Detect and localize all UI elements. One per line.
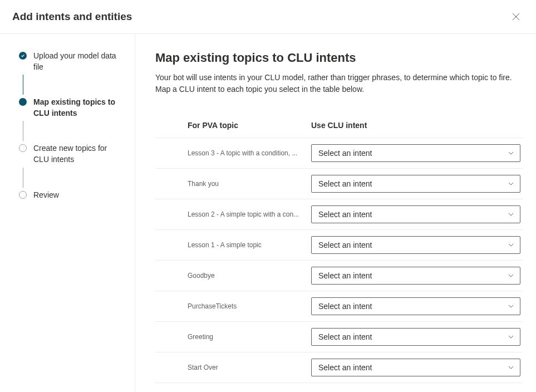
intent-select[interactable]: Select an intent <box>311 175 520 193</box>
topic-name: Thank you <box>188 180 311 188</box>
chevron-down-icon <box>508 242 514 248</box>
table-row: Thank youSelect an intent <box>155 169 523 199</box>
intent-cell: Select an intent <box>311 328 520 346</box>
topic-name: Start Over <box>188 364 311 371</box>
intent-cell: Select an intent <box>311 144 520 162</box>
intent-select[interactable]: Select an intent <box>311 359 520 376</box>
intent-cell: Select an intent <box>311 267 520 285</box>
wizard-step-label: Create new topics for CLU intents <box>33 143 117 165</box>
wizard-step-create[interactable]: Create new topics for CLU intents <box>19 143 124 165</box>
topic-name: PurchaseTickets <box>188 302 311 310</box>
step-connector <box>23 121 23 141</box>
select-placeholder: Select an intent <box>318 363 372 372</box>
intent-select[interactable]: Select an intent <box>311 328 520 346</box>
table-row: GoodbyeSelect an intent <box>155 261 523 291</box>
topic-name: Greeting <box>188 333 311 341</box>
topic-name: Lesson 1 - A simple topic <box>188 241 311 249</box>
topic-name: Goodbye <box>188 272 311 280</box>
select-placeholder: Select an intent <box>318 241 372 249</box>
chevron-down-icon <box>508 180 514 187</box>
select-placeholder: Select an intent <box>318 179 372 188</box>
table-header: For PVA topic Use CLU intent <box>155 121 523 138</box>
table-row: Lesson 1 - A simple topicSelect an inten… <box>155 230 523 261</box>
wizard-step-label: Review <box>33 190 59 201</box>
step-connector <box>23 75 23 95</box>
chevron-down-icon <box>508 150 514 156</box>
topic-name: Lesson 2 - A simple topic with a con... <box>188 210 311 218</box>
pending-step-icon <box>19 191 27 199</box>
select-placeholder: Select an intent <box>318 210 372 219</box>
intent-cell: Select an intent <box>311 205 520 223</box>
chevron-down-icon <box>508 334 514 340</box>
intent-select[interactable]: Select an intent <box>311 236 520 254</box>
chevron-down-icon <box>508 272 514 279</box>
mapping-table: For PVA topic Use CLU intent Lesson 3 - … <box>155 121 523 383</box>
intent-cell: Select an intent <box>311 297 520 315</box>
intent-cell: Select an intent <box>311 359 520 376</box>
wizard-sidebar: Upload your model data file Map existing… <box>0 34 135 392</box>
main-content: Map existing topics to CLU intents Your … <box>135 34 536 392</box>
select-placeholder: Select an intent <box>318 302 372 311</box>
select-placeholder: Select an intent <box>318 271 372 280</box>
wizard-step-review[interactable]: Review <box>19 190 124 201</box>
dialog-title: Add intents and entities <box>12 11 132 23</box>
intent-cell: Select an intent <box>311 236 520 254</box>
chevron-down-icon <box>508 211 514 218</box>
table-row: Lesson 3 - A topic with a condition, ...… <box>155 138 523 169</box>
checkmark-icon <box>19 52 27 60</box>
close-button[interactable] <box>507 8 525 26</box>
wizard-step-label: Upload your model data file <box>33 51 117 72</box>
intent-select[interactable]: Select an intent <box>311 144 520 162</box>
intent-select[interactable]: Select an intent <box>311 267 520 285</box>
page-title: Map existing topics to CLU intents <box>155 51 523 65</box>
topic-name: Lesson 3 - A topic with a condition, ... <box>188 149 311 157</box>
intent-select[interactable]: Select an intent <box>311 205 520 223</box>
dialog-body: Upload your model data file Map existing… <box>0 34 536 392</box>
table-row: Lesson 2 - A simple topic with a con...S… <box>155 199 523 230</box>
table-row: Start OverSelect an intent <box>155 352 523 383</box>
close-icon <box>512 13 520 21</box>
table-row: PurchaseTicketsSelect an intent <box>155 291 523 322</box>
chevron-down-icon <box>508 364 514 371</box>
wizard-step-upload[interactable]: Upload your model data file <box>19 51 124 72</box>
chevron-down-icon <box>508 303 514 310</box>
intent-cell: Select an intent <box>311 175 520 193</box>
column-header-intent: Use CLU intent <box>311 121 523 130</box>
pending-step-icon <box>19 144 27 152</box>
wizard-step-label: Map existing topics to CLU intents <box>33 97 117 119</box>
wizard-step-map[interactable]: Map existing topics to CLU intents <box>19 97 124 119</box>
current-step-icon <box>19 98 27 106</box>
column-header-topic: For PVA topic <box>188 121 311 130</box>
table-row: GreetingSelect an intent <box>155 322 523 352</box>
page-description: Your bot will use intents in your CLU mo… <box>155 72 517 95</box>
select-placeholder: Select an intent <box>318 332 372 341</box>
step-connector <box>23 168 23 188</box>
select-placeholder: Select an intent <box>318 149 372 158</box>
intent-select[interactable]: Select an intent <box>311 297 520 315</box>
dialog-header: Add intents and entities <box>0 0 536 34</box>
